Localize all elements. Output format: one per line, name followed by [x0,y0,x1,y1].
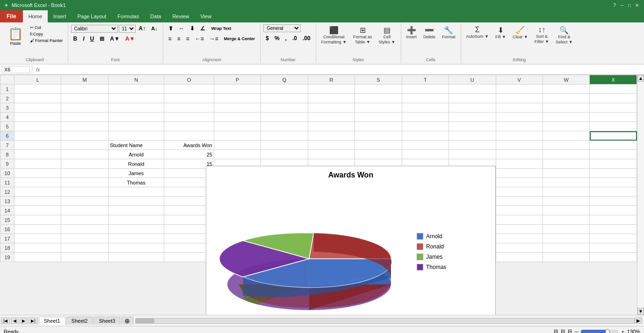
cell-V19[interactable] [496,253,543,262]
cell-R7[interactable] [308,141,355,150]
cell-R5[interactable] [308,122,355,131]
cell-X8[interactable] [590,150,637,159]
cell-X18[interactable] [590,243,637,253]
cell-T3[interactable] [402,103,449,113]
tab-view[interactable]: View [195,10,217,22]
percent-button[interactable]: % [272,34,282,43]
cell-W15[interactable] [543,215,590,225]
cell-W17[interactable] [543,234,590,243]
cell-X17[interactable] [590,234,637,243]
cell-V9[interactable] [496,159,543,169]
cell-N18[interactable] [108,243,164,253]
tab-file[interactable]: File [0,10,23,22]
cell-M5[interactable] [61,122,108,131]
cell-O1[interactable] [164,85,214,94]
cell-N14[interactable] [108,206,164,215]
copy-button[interactable]: ⎘ Copy [28,31,65,37]
cell-N5[interactable] [108,122,164,131]
page-break-icon[interactable]: ⊟ [568,328,572,333]
tab-home[interactable]: Home [23,10,48,22]
format-button[interactable]: 🔧 Format [440,24,458,41]
zoom-thumb[interactable] [605,329,610,333]
align-left-button[interactable]: ≡ [166,35,174,43]
col-header-U[interactable]: U [449,75,496,85]
tab-data[interactable]: Data [145,10,166,22]
col-header-L[interactable]: L [14,75,61,85]
cell-W10[interactable] [543,169,590,178]
zoom-slider[interactable] [581,330,618,333]
cell-V12[interactable] [496,187,543,197]
find-select-button[interactable]: 🔍 Find &Select ▼ [553,24,575,46]
tab-insert[interactable]: Insert [48,10,72,22]
angle-text-button[interactable]: ∠ [198,24,208,33]
cell-W1[interactable] [543,85,590,94]
cell-L2[interactable] [14,94,61,103]
wrap-text-button[interactable]: Wrap Text [209,25,234,32]
sheet-tab-3[interactable]: Sheet3 [94,317,120,325]
cell-P4[interactable] [214,113,260,122]
col-header-N[interactable]: N [108,75,164,85]
align-bottom-button[interactable]: ⬇ [188,24,197,33]
cell-W11[interactable] [543,178,590,187]
cell-W9[interactable] [543,159,590,169]
cell-X10[interactable] [590,169,637,178]
cell-N19[interactable] [108,253,164,262]
cell-Q2[interactable] [261,94,308,103]
cell-M7[interactable] [61,141,108,150]
cell-T7[interactable] [402,141,449,150]
cell-S8[interactable] [355,150,402,159]
formula-input[interactable] [44,67,642,72]
cell-X5[interactable] [590,122,637,131]
cell-O6[interactable] [164,131,214,141]
page-layout-icon[interactable]: ⊟ [561,328,565,333]
col-header-P[interactable]: P [214,75,260,85]
cell-L19[interactable] [14,253,61,262]
cell-U4[interactable] [449,113,496,122]
cell-X4[interactable] [590,113,637,122]
conditional-formatting-button[interactable]: ⬛ ConditionalFormatting ▼ [319,24,349,46]
new-sheet-btn[interactable]: ⊕ [121,317,133,325]
cell-R3[interactable] [308,103,355,113]
cell-X16[interactable] [590,225,637,234]
cell-X12[interactable] [590,187,637,197]
cell-V10[interactable] [496,169,543,178]
normal-view-icon[interactable]: ⊟ [554,328,558,333]
minimize-btn[interactable]: ─ [619,2,625,8]
cell-X15[interactable] [590,215,637,225]
cell-W16[interactable] [543,225,590,234]
merge-center-button[interactable]: Merge & Center [222,35,258,42]
cell-M13[interactable] [61,197,108,206]
cell-Q7[interactable] [261,141,308,150]
cell-V5[interactable] [496,122,543,131]
font-color-button[interactable]: A▼ [123,35,137,43]
format-as-table-button[interactable]: ⊞ Format asTable ▼ [351,24,375,46]
increase-indent-button[interactable]: →≡ [207,35,221,43]
cell-V18[interactable] [496,243,543,253]
cell-R4[interactable] [308,113,355,122]
cell-X11[interactable] [590,178,637,187]
cell-T8[interactable] [402,150,449,159]
scroll-down-btn[interactable]: ▼ [637,308,644,315]
cell-V14[interactable] [496,206,543,215]
cell-M19[interactable] [61,253,108,262]
cell-U1[interactable] [449,85,496,94]
cell-W7[interactable] [543,141,590,150]
col-header-M[interactable]: M [61,75,108,85]
cell-L5[interactable] [14,122,61,131]
cell-W5[interactable] [543,122,590,131]
cell-T6[interactable] [402,131,449,141]
cell-O3[interactable] [164,103,214,113]
paste-button[interactable]: 📋 Paste [5,24,26,48]
cell-L8[interactable] [14,150,61,159]
cell-W2[interactable] [543,94,590,103]
cell-L14[interactable] [14,206,61,215]
cell-styles-button[interactable]: ▤ CellStyles ▼ [376,24,398,46]
cell-Q6[interactable] [261,131,308,141]
align-center-button[interactable]: ≡ [175,35,183,43]
cell-S7[interactable] [355,141,402,150]
restore-btn[interactable]: □ [626,2,633,8]
cell-W12[interactable] [543,187,590,197]
currency-button[interactable]: $ [263,34,271,43]
decrease-indent-button[interactable]: ←≡ [193,35,206,43]
cell-V4[interactable] [496,113,543,122]
